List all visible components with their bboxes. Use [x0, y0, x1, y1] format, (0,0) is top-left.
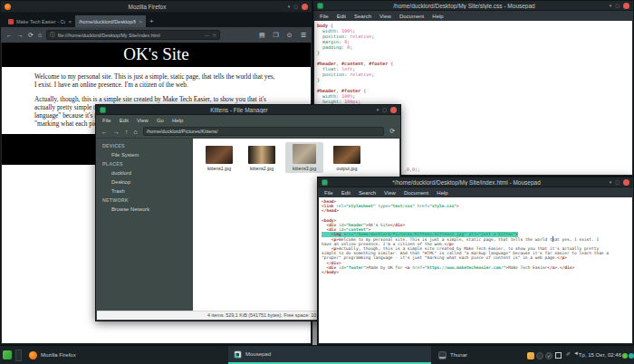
file-manager-menubar: File Edit View Go Help [96, 115, 400, 125]
home-icon[interactable]: ⌂ [134, 129, 138, 135]
site-info-icon[interactable]: ⓘ [50, 32, 55, 38]
close-button[interactable] [623, 3, 629, 9]
sidebar-header-devices: DEVICES [97, 141, 193, 150]
up-icon[interactable]: ↑ [125, 129, 129, 135]
close-button[interactable] [623, 179, 629, 186]
taskbar-button-mousepad[interactable]: Mousepad [228, 346, 431, 364]
maximize-button[interactable]: ▢ [293, 4, 298, 10]
menu-document[interactable]: Document [399, 14, 424, 19]
maximize-button[interactable]: ▢ [615, 179, 620, 186]
menu-search[interactable]: Search [359, 190, 376, 196]
window-tray-icon[interactable] [555, 352, 562, 359]
clock[interactable]: Τρ, 15 Οκτ, 02:46 [579, 352, 621, 358]
site-header: OK's Site [2, 43, 311, 67]
back-icon[interactable]: ← [101, 129, 108, 135]
taskbar-button-firefox[interactable]: Mozilla Firefox [24, 346, 226, 364]
url-bar[interactable]: ⓘ file:///home/ducklord/Desktop/My Site/… [46, 30, 220, 40]
check-status-icon[interactable]: ✓ [545, 352, 552, 359]
menu-file[interactable]: File [320, 14, 329, 19]
home-icon[interactable]: ⌂ [38, 32, 42, 38]
tab-my-site[interactable]: /home/ducklord/Desktop/My × [75, 15, 146, 27]
library-icon[interactable]: ▤ [259, 32, 265, 39]
kitten-photo-thumbnail [248, 146, 275, 164]
forward-icon[interactable]: → [113, 129, 120, 135]
file-manager-sidebar: DEVICES File System PLACES ducklord Desk… [97, 139, 193, 311]
close-button[interactable] [302, 4, 308, 10]
taskbar-button-label: Mousepad [245, 351, 271, 357]
reload-icon[interactable]: ⟳ [389, 128, 395, 135]
path-text: /home/ducklord/Pictures/Kittens/ [147, 129, 218, 134]
back-icon[interactable]: ← [6, 32, 13, 38]
firefox-titlebar[interactable]: Mozilla Firefox ▾ ▢ [1, 1, 312, 13]
updater-icon[interactable] [536, 352, 543, 359]
path-bar[interactable]: /home/ducklord/Pictures/Kittens/ [143, 127, 384, 136]
reload-icon[interactable]: ⟳ [28, 32, 34, 39]
stylecss-menubar: File Edit Search View Document Help [313, 11, 633, 21]
file-name: output.jpg [337, 166, 358, 171]
file-manager-titlebar[interactable]: Kittens - File Manager ▾ ▢ [96, 105, 400, 115]
notes-icon[interactable]: ✐ [566, 350, 571, 357]
menu-help[interactable]: Help [172, 118, 183, 123]
tab-close-icon[interactable]: × [139, 19, 142, 24]
menu-search[interactable]: Search [354, 14, 371, 19]
file-name: kittens3.jpg [293, 166, 316, 171]
sidebars-icon[interactable]: ❐ [274, 32, 279, 39]
menu-go[interactable]: Go [157, 118, 164, 123]
minimize-button[interactable]: ▾ [610, 3, 612, 9]
messenger-status-icon[interactable] [629, 353, 634, 359]
tab-make-tech-easier[interactable]: Make Tech Easier - Comp × [5, 15, 75, 27]
sidebar-item-ducklord[interactable]: ducklord [97, 168, 193, 177]
menu-help[interactable]: Help [432, 14, 443, 19]
workspace-pager[interactable] [15, 350, 22, 361]
sidebar-item-desktop[interactable]: Desktop [97, 177, 193, 187]
sidebar-item-browse-network[interactable]: Browse Network [97, 205, 193, 214]
firefox-navbar: ← → ⟳ ⌂ ⓘ file:///home/ducklord/Desktop/… [1, 27, 312, 43]
file-kittens1[interactable]: kittens1.jpg [200, 142, 238, 173]
mousepad-indexhtml-window: */home/ducklord/Desktop/My Site/index.ht… [317, 177, 634, 345]
file-name: kittens2.jpg [250, 166, 274, 171]
indexhtml-titlebar[interactable]: */home/ducklord/Desktop/My Site/index.ht… [318, 177, 633, 187]
page-actions-icon[interactable]: ⋯ [205, 33, 210, 38]
menu-view[interactable]: View [384, 190, 396, 196]
menu-file[interactable]: File [324, 190, 333, 196]
menu-edit[interactable]: Edit [341, 190, 351, 196]
file-output[interactable]: output.jpg [328, 142, 366, 173]
applications-menu-icon[interactable] [3, 350, 12, 359]
site-paragraph-1: Welcome to my personal site. This is jus… [34, 73, 278, 90]
account-icon[interactable]: ⊙ [287, 32, 293, 39]
stylecss-titlebar[interactable]: /home/ducklord/Desktop/My Site/style.css… [313, 1, 633, 11]
css-code: body { width: 100%; position: relative; … [314, 21, 632, 104]
sidebar-item-trash[interactable]: Trash [97, 187, 193, 196]
menu-edit[interactable]: Edit [337, 14, 346, 19]
taskbar-button-thunar[interactable]: Thunar [433, 346, 520, 364]
stylecss-window-title: /home/ducklord/Desktop/My Site/style.css… [331, 3, 597, 9]
maximize-button[interactable]: ▢ [382, 107, 387, 113]
mte-favicon [8, 19, 14, 24]
menu-edit[interactable]: Edit [120, 118, 129, 123]
menu-document[interactable]: Document [404, 190, 428, 196]
file-kittens2[interactable]: kittens2.jpg [243, 142, 281, 173]
sidebar-header-places: PLACES [97, 159, 193, 168]
forward-icon[interactable]: → [17, 32, 24, 38]
sidebar-item-file-system[interactable]: File System [97, 150, 193, 159]
taskbar-button-label: Mozilla Firefox [41, 352, 76, 358]
menu-view[interactable]: View [379, 14, 391, 19]
minimize-button[interactable]: ▾ [377, 107, 379, 113]
html-code: <head><link rel="stylesheet" type="text/… [319, 197, 632, 274]
file-kittens3-selected[interactable]: kittens3.jpg [285, 142, 323, 173]
minimize-button[interactable]: ▾ [288, 4, 291, 10]
hamburger-menu-icon[interactable]: ☰ [301, 32, 306, 39]
close-button[interactable] [390, 107, 397, 113]
bookmark-star-icon[interactable]: ☆ [212, 33, 216, 38]
new-tab-button[interactable]: + [149, 15, 154, 27]
maximize-button[interactable]: ▢ [615, 3, 620, 9]
tab-close-icon[interactable]: × [68, 19, 72, 24]
menu-help[interactable]: Help [437, 190, 447, 196]
menu-view[interactable]: View [137, 118, 149, 123]
clipboard-manager-icon[interactable] [527, 352, 534, 359]
indexhtml-editor-area[interactable]: <head><link rel="stylesheet" type="text/… [319, 197, 632, 343]
network-status-icon[interactable] [622, 353, 628, 359]
menu-file[interactable]: File [102, 118, 111, 123]
url-text: file:///home/ducklord/Desktop/My Site/in… [58, 33, 202, 38]
minimize-button[interactable]: ▾ [610, 179, 612, 186]
